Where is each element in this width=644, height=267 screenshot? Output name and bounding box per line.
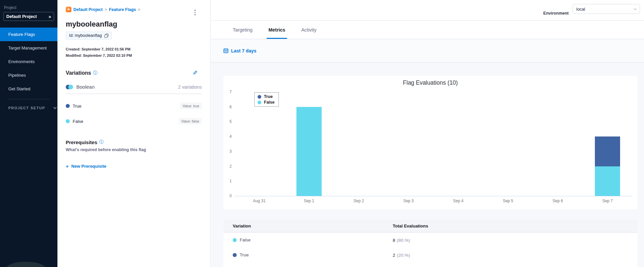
breadcrumb-separator: > [138,7,140,12]
x-axis-tick-label: Sep 1 [284,199,334,203]
breadcrumb-feature-flags-link[interactable]: Feature Flags [109,7,136,12]
modified-date: Modified: September 7, 2022 02:10 PM [66,52,202,59]
sidebar-item-environments[interactable]: Environments [0,55,57,68]
sidebar-nav: Feature FlagsTarget ManagementEnvironmen… [0,28,57,96]
table-row: False8(80.%) [223,232,637,247]
breadcrumb-project-link[interactable]: Default Project [73,7,103,12]
variation-type-label: Boolean [76,84,95,90]
column-header-total-evaluations: Total Evaluations [393,223,428,228]
tab-metrics[interactable]: Metrics [269,21,285,39]
flag-name-title: mybooleanflag [66,20,202,29]
table-body: False8(80.%)True2(20.%) [223,232,637,262]
edit-variations-icon[interactable]: ✎ [193,69,198,77]
tab-activity[interactable]: Activity [301,21,316,39]
bar-true-sep-7[interactable] [595,136,620,166]
legend-color-dot [258,95,261,99]
sidebar-item-project-setup[interactable]: PROJECT SETUP [0,106,57,110]
bar-false-sep-7[interactable] [595,166,620,196]
y-axis-tick-label: 0 [224,194,232,198]
total-evaluations-cell: 2(20.%) [393,252,410,258]
breadcrumb: ⚑ Default Project > Feature Flags > [66,7,202,12]
project-name: Default Project [6,14,37,19]
y-axis-tick-label: 2 [224,164,232,169]
y-axis-tick-label: 6 [224,105,232,109]
x-axis-tick-label: Sep 7 [583,199,632,203]
variation-row: FalseValue: false [66,118,202,125]
x-axis-tick-label: Sep 5 [483,199,533,203]
app-root: Project Default Project » Feature FlagsT… [0,0,644,267]
flag-detail-panel: ⚑ Default Project > Feature Flags > mybo… [57,0,210,267]
chevron-down-icon [634,7,637,10]
evaluations-chart-card: Flag Evaluations (10) 01234567Aug 31Sep … [223,76,637,209]
tab-bar: TargetingMetricsActivity [211,21,644,39]
x-axis-tick-label: Sep 2 [334,199,384,203]
sidebar-divider [7,99,50,99]
x-axis-tick-label: Sep 4 [434,199,483,203]
project-selector[interactable]: Default Project » [3,12,54,21]
expand-project-icon[interactable]: » [48,14,51,19]
sidebar: Project Default Project » Feature FlagsT… [0,0,57,267]
x-axis-tick-label: Sep 6 [533,199,583,203]
y-axis-tick-label: 3 [224,149,232,154]
y-axis-tick-label: 1 [224,179,232,183]
new-prerequisite-button[interactable]: + New Prerequisite [66,163,202,169]
chart-title: Flag Evaluations (10) [223,76,637,86]
y-axis-tick-label: 5 [224,119,232,124]
legend-color-dot [258,101,261,104]
variation-count: 2 variations [178,84,202,90]
variation-value-badge: Value: true [180,103,202,109]
x-axis-tick-label: Sep 3 [384,199,434,203]
metrics-panel: Environment local TargetingMetricsActivi… [211,0,644,267]
variation-name: False [240,237,251,242]
legend-item-true: True [258,94,275,99]
total-percent: (80.%) [397,238,410,243]
y-axis-tick-label: 4 [224,134,232,139]
help-orb[interactable] [6,262,46,267]
info-icon[interactable]: ⓘ [93,70,97,76]
copy-icon[interactable] [104,34,109,38]
info-icon[interactable]: ⓘ [99,139,104,145]
table-header-row: Variation Total Evaluations [223,220,637,232]
legend-label: True [264,94,273,99]
column-header-variation: Variation [223,223,393,228]
variation-cell: True [223,252,393,257]
variation-color-dot [66,104,70,108]
date-range-label: Last 7 days [231,48,256,53]
new-prerequisite-label: New Prerequisite [71,164,107,169]
prerequisites-subtitle: What's required before enabling this fla… [66,147,202,152]
prerequisites-heading: Prerequisites [66,139,97,145]
variations-heading: Variations [66,70,91,76]
variation-name: False [73,119,83,124]
chevron-down-icon [53,106,57,109]
sidebar-item-target-management[interactable]: Target Management [0,41,57,55]
flag-options-menu-icon[interactable] [193,8,197,17]
sidebar-item-get-started[interactable]: Get Started [0,82,57,96]
total-count: 8 [393,238,395,243]
environment-label: Environment [543,11,569,16]
y-axis-tick-label: 7 [224,90,232,94]
variation-name: True [73,104,81,109]
flag-id-chip: Id: mybooleanflag [66,32,112,40]
project-label: Project [4,5,57,10]
variation-color-dot [233,253,237,257]
evaluations-table-card: Variation Total Evaluations False8(80.%)… [223,220,637,267]
variation-value-badge: Value: false [179,118,202,125]
breadcrumb-separator: > [105,7,107,12]
environment-header: Environment local [211,0,644,21]
sidebar-item-feature-flags[interactable]: Feature Flags [0,28,57,41]
sidebar-item-pipelines[interactable]: Pipelines [0,68,57,82]
date-range-filter[interactable]: Last 7 days [223,48,256,53]
total-count: 2 [393,253,395,258]
project-setup-label: PROJECT SETUP [8,106,45,110]
legend-label: False [264,100,275,105]
flag-id-text: Id: mybooleanflag [69,33,102,38]
boolean-type-icon [66,85,73,89]
tab-targeting[interactable]: Targeting [233,21,253,39]
total-evaluations-cell: 8(80.%) [393,237,410,243]
filter-bar: Last 7 days [211,39,644,62]
metrics-content: Flag Evaluations (10) 01234567Aug 31Sep … [211,62,644,267]
bar-false-sep-1[interactable] [296,107,322,196]
plus-icon: + [66,163,69,169]
environment-selected-value: local [576,7,585,12]
environment-select[interactable]: local [573,4,640,14]
